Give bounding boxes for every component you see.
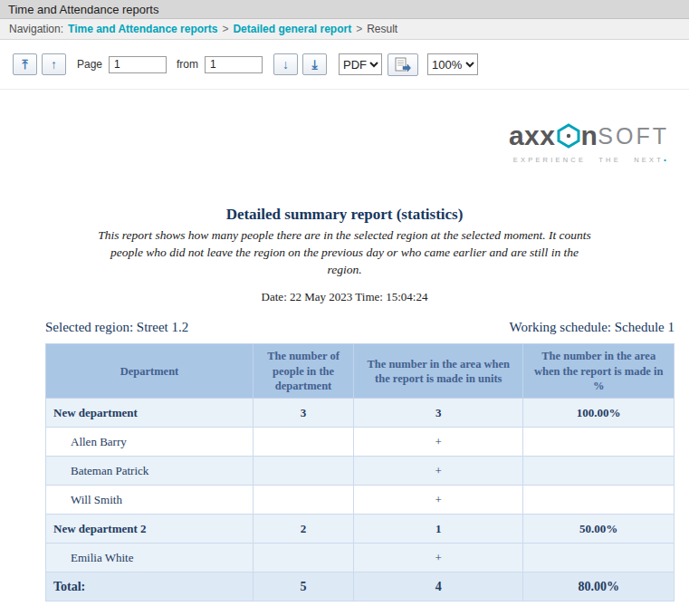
page-number-input[interactable] (109, 56, 167, 73)
percent-cell: 50.00% (523, 515, 675, 544)
table-row: Bateman Patrick + (46, 457, 675, 486)
report-description: This report shows how many people there … (98, 226, 591, 278)
last-page-button[interactable]: ⤓ (302, 53, 327, 75)
from-label: from (177, 58, 198, 71)
next-page-icon: ↓ (282, 57, 289, 72)
logo-text-soft: SOFT (598, 123, 669, 149)
percent-cell: 100.00% (523, 399, 675, 428)
total-pages-input[interactable] (205, 56, 263, 73)
statistics-table: Department The number of people in the d… (45, 343, 675, 602)
last-page-icon: ⤓ (311, 57, 317, 72)
table-row: Allen Barry + (46, 428, 675, 457)
units-cell: + (354, 486, 523, 515)
people-count-cell (254, 486, 354, 515)
logo-text-axx: axx (509, 120, 556, 151)
report-title: Detailed summary report (statistics) (0, 206, 689, 224)
units-cell: 1 (354, 515, 523, 544)
people-count-cell (254, 457, 354, 486)
person-name-cell: Will Smith (46, 486, 254, 515)
total-people-cell: 5 (254, 573, 354, 602)
person-name-cell: Allen Barry (46, 428, 254, 457)
previous-page-icon: ↑ (51, 57, 57, 72)
people-count-cell: 2 (254, 515, 354, 544)
logo-text-n: n (581, 120, 598, 151)
table-header-row: Department The number of people in the d… (46, 344, 675, 399)
percent-cell (523, 486, 675, 515)
department-name-cell: New department (46, 399, 254, 428)
total-units-cell: 4 (354, 573, 523, 602)
page-label: Page (77, 58, 102, 71)
working-schedule-text: Working schedule: Schedule 1 (510, 320, 675, 335)
table-row: Emilia White + (46, 544, 675, 573)
selected-region-text: Selected region: Street 1.2 (45, 320, 188, 335)
tagline-dot: • (664, 156, 669, 164)
table-row: New department 3 3 100.00% (46, 399, 675, 428)
hexagon-o-icon (557, 123, 580, 149)
people-count-cell: 3 (254, 399, 354, 428)
breadcrumb-link-time-and-attendance[interactable]: Time and Attendance reports (68, 23, 217, 35)
next-page-button[interactable]: ↓ (273, 53, 298, 75)
window-title: Time and Attendance reports (8, 3, 158, 16)
column-header-in-area-units: The number in the area when the report i… (354, 344, 523, 399)
percent-cell (523, 544, 675, 573)
units-cell: + (354, 544, 523, 573)
people-count-cell (254, 544, 354, 573)
axxonsoft-logo: axx n SOFT EXPERIENCE THE NEXT• (0, 120, 669, 164)
column-header-department: Department (46, 344, 254, 399)
breadcrumb-separator: > (356, 23, 362, 35)
table-row: New department 2 2 1 50.00% (46, 515, 675, 544)
department-name-cell: New department 2 (46, 515, 254, 544)
logo-tagline: EXPERIENCE THE NEXT• (513, 156, 669, 164)
total-percent-cell: 80.00% (523, 573, 675, 602)
total-label-cell: Total: (46, 573, 254, 602)
units-cell: 3 (354, 399, 523, 428)
breadcrumb-separator: > (222, 23, 228, 35)
units-cell: + (354, 428, 523, 457)
breadcrumb-link-detailed-general-report[interactable]: Detailed general report (233, 23, 351, 35)
first-page-button[interactable]: ⤒ (13, 53, 37, 75)
report-toolbar: ⤒ ↑ Page from ↓ ⤓ PDF 100% (0, 40, 689, 90)
report-document: axx n SOFT EXPERIENCE THE NEXT• Detailed… (0, 120, 689, 602)
report-datetime: Date: 22 May 2023 Time: 15:04:24 (0, 290, 689, 304)
first-page-icon: ⤒ (22, 57, 27, 72)
column-header-people-in-department: The number of people in the department (254, 344, 354, 399)
table-total-row: Total: 5 4 80.00% (46, 573, 675, 602)
window-titlebar: Time and Attendance reports (0, 0, 689, 19)
breadcrumb: Navigation: Time and Attendance reports … (0, 19, 689, 40)
breadcrumb-label: Navigation: (9, 23, 63, 35)
person-name-cell: Bateman Patrick (46, 457, 254, 486)
previous-page-button[interactable]: ↑ (42, 53, 66, 75)
export-button[interactable] (388, 53, 418, 76)
export-format-select[interactable]: PDF (339, 53, 382, 75)
person-name-cell: Emilia White (46, 544, 254, 573)
people-count-cell (254, 428, 354, 457)
percent-cell (523, 428, 675, 457)
export-icon (395, 57, 411, 72)
region-schedule-row: Selected region: Street 1.2 Working sche… (45, 320, 675, 335)
percent-cell (523, 457, 675, 486)
table-row: Will Smith + (46, 486, 675, 515)
zoom-select[interactable]: 100% (427, 53, 478, 75)
breadcrumb-current-result: Result (367, 23, 397, 35)
units-cell: + (354, 457, 523, 486)
column-header-in-area-percent: The number in the area when the report i… (523, 344, 675, 399)
